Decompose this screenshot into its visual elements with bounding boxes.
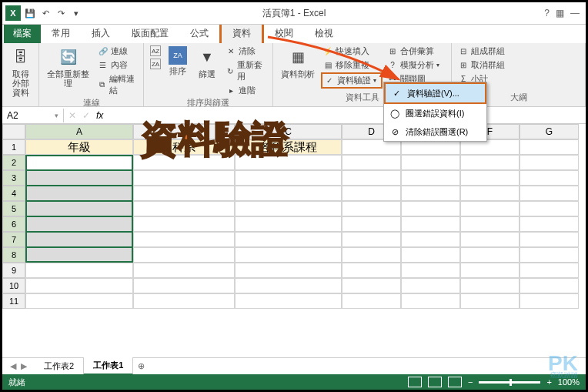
- advanced-button[interactable]: ▸進階: [224, 84, 268, 97]
- get-external-data-button[interactable]: 🗄 取得外部 資料: [7, 45, 35, 105]
- cell[interactable]: [401, 278, 460, 293]
- cell[interactable]: [520, 216, 579, 232]
- edit-links-button[interactable]: ⧉編輯連結: [96, 72, 139, 97]
- properties-button[interactable]: ☰內容: [96, 59, 139, 72]
- fx-icon[interactable]: fx: [96, 110, 103, 121]
- row-header[interactable]: 4: [2, 186, 25, 201]
- cell[interactable]: [520, 201, 579, 216]
- connections-button[interactable]: 🔗連線: [96, 45, 139, 58]
- cell[interactable]: [401, 232, 460, 247]
- cell[interactable]: [460, 155, 520, 170]
- minimize-icon[interactable]: —: [570, 8, 580, 18]
- cell[interactable]: 年級: [25, 139, 133, 155]
- cell[interactable]: [342, 155, 401, 170]
- cell[interactable]: [460, 201, 520, 216]
- cell[interactable]: [235, 247, 342, 263]
- whatif-button[interactable]: ?模擬分析▾: [386, 59, 444, 72]
- cell[interactable]: [342, 247, 401, 263]
- row-header[interactable]: 5: [2, 201, 25, 216]
- cell[interactable]: [401, 139, 460, 155]
- sort-button[interactable]: ZA 排序: [165, 45, 190, 97]
- tab-home[interactable]: 常用: [41, 24, 81, 43]
- cell[interactable]: [342, 216, 401, 232]
- cell[interactable]: [520, 170, 579, 186]
- remove-duplicates-button[interactable]: ▤移除重複: [321, 59, 383, 72]
- cell[interactable]: 科系: [133, 139, 235, 155]
- name-box[interactable]: A2 ▾: [2, 109, 64, 122]
- row-header[interactable]: 2: [2, 155, 25, 170]
- cell[interactable]: [342, 201, 401, 216]
- cell[interactable]: [520, 232, 579, 247]
- qat-dropdown-icon[interactable]: ▾: [70, 7, 82, 19]
- enter-icon[interactable]: ✓: [82, 110, 90, 121]
- flash-fill-button[interactable]: ⚡快速填入: [321, 45, 383, 58]
- cell[interactable]: [235, 216, 342, 232]
- cell[interactable]: [25, 293, 133, 309]
- cell[interactable]: [133, 293, 235, 309]
- row-header[interactable]: 10: [2, 278, 25, 293]
- cell[interactable]: [520, 155, 579, 170]
- dropdown-item-circle-invalid[interactable]: ◯ 圈選錯誤資料(I): [384, 104, 486, 122]
- cancel-icon[interactable]: ✕: [68, 110, 76, 121]
- view-normal-icon[interactable]: [408, 377, 422, 387]
- dropdown-item-validation[interactable]: ✓ 資料驗證(V)...: [384, 82, 486, 104]
- cell[interactable]: [342, 293, 401, 309]
- cell[interactable]: [25, 186, 133, 201]
- cell[interactable]: [460, 139, 520, 155]
- tab-formulas[interactable]: 公式: [179, 24, 219, 43]
- cell[interactable]: [235, 232, 342, 247]
- cell[interactable]: [460, 186, 520, 201]
- save-icon[interactable]: 💾: [24, 7, 36, 19]
- row-header[interactable]: 3: [2, 170, 25, 186]
- cell[interactable]: [342, 278, 401, 293]
- cell[interactable]: [25, 247, 133, 263]
- cell[interactable]: [133, 186, 235, 201]
- cell[interactable]: [133, 232, 235, 247]
- cell[interactable]: [25, 232, 133, 247]
- cell[interactable]: [25, 155, 133, 170]
- cell[interactable]: [133, 170, 235, 186]
- col-header-A[interactable]: A: [25, 124, 133, 139]
- tab-layout[interactable]: 版面配置: [121, 24, 179, 43]
- sheet-tab[interactable]: 工作表2: [35, 358, 84, 374]
- cell[interactable]: [133, 155, 235, 170]
- cell[interactable]: [25, 216, 133, 232]
- cell[interactable]: [401, 293, 460, 309]
- tab-review[interactable]: 校閱: [264, 24, 304, 43]
- cell[interactable]: [25, 278, 133, 293]
- row-header[interactable]: 11: [2, 293, 25, 309]
- cell[interactable]: [520, 186, 579, 201]
- col-header-C[interactable]: C: [235, 124, 342, 139]
- cell[interactable]: [460, 247, 520, 263]
- cell[interactable]: [460, 216, 520, 232]
- cell[interactable]: [235, 201, 342, 216]
- dropdown-item-clear-circles[interactable]: ⊘ 清除錯誤圈選(R): [384, 122, 486, 141]
- cell[interactable]: [401, 263, 460, 278]
- sheet-tab[interactable]: 工作表1: [84, 357, 133, 375]
- cell[interactable]: [342, 186, 401, 201]
- zoom-out-icon[interactable]: −: [468, 377, 473, 387]
- cell[interactable]: [460, 278, 520, 293]
- cell[interactable]: [235, 278, 342, 293]
- tab-view[interactable]: 檢視: [304, 24, 344, 43]
- row-header[interactable]: 6: [2, 216, 25, 232]
- tab-insert[interactable]: 插入: [81, 24, 121, 43]
- cell[interactable]: [401, 216, 460, 232]
- cell[interactable]: [460, 232, 520, 247]
- sort-desc-button[interactable]: ZA: [149, 58, 162, 70]
- cell[interactable]: [520, 263, 579, 278]
- cell[interactable]: [235, 155, 342, 170]
- data-validation-button[interactable]: ✓資料驗證▾: [321, 72, 383, 89]
- cell[interactable]: [342, 139, 401, 155]
- filter-button[interactable]: ▼ 篩選: [193, 45, 221, 97]
- cell[interactable]: [235, 186, 342, 201]
- row-header[interactable]: 8: [2, 247, 25, 263]
- cell[interactable]: [520, 278, 579, 293]
- ribbon-options-icon[interactable]: ▦: [556, 8, 564, 18]
- help-icon[interactable]: ?: [544, 8, 550, 18]
- cell[interactable]: [235, 170, 342, 186]
- cell[interactable]: [520, 139, 579, 155]
- undo-icon[interactable]: ↶: [39, 7, 52, 19]
- cell[interactable]: [401, 170, 460, 186]
- add-sheet-button[interactable]: ⊕: [133, 361, 149, 371]
